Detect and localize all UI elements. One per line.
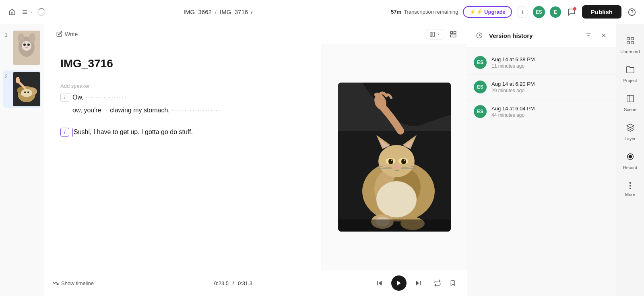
underlord-icon	[626, 36, 635, 47]
close-panel-button[interactable]	[598, 30, 609, 41]
underlord-button[interactable]: Underlord	[616, 31, 644, 60]
view-mode-button[interactable]	[426, 29, 444, 39]
current-time: 0:23.5	[214, 280, 229, 286]
thumbnail-item-2[interactable]: 2	[3, 70, 41, 108]
topbar: IMG_3662 / IMG_3716 ▾ 57m Transcription …	[0, 0, 644, 24]
skip-forward-button[interactable]	[411, 276, 425, 290]
layer-button[interactable]: Layer	[616, 118, 644, 147]
transcript-cont-text-1: ow, you're ·· clawing my stomach. ······…	[72, 107, 221, 114]
svg-point-33	[378, 145, 415, 177]
editor-area: Write IMG_3716 Add speaker	[44, 24, 467, 296]
upgrade-button[interactable]: ⚡ ⚡ Upgrade	[463, 6, 512, 18]
transcript-continuation-1: ow, you're ·· clawing my stomach. ······…	[72, 105, 305, 116]
transcript-line-1: / Ow, ················	[60, 92, 305, 103]
version-item-3[interactable]: ES Aug 14 at 6:04 PM 44 minutes ago	[467, 99, 616, 124]
version-date-3: Aug 14 at 6:04 PM	[491, 106, 609, 112]
svg-rect-52	[338, 219, 451, 232]
svg-marker-53	[379, 281, 382, 286]
editor-content: IMG_3716 Add speaker / Ow, ·············…	[44, 44, 467, 270]
svg-point-8	[29, 33, 35, 43]
publish-button[interactable]: Publish	[582, 5, 621, 19]
time-separator: /	[233, 280, 234, 286]
version-item-2[interactable]: ES Aug 14 at 6:20 PM 29 minutes ago	[467, 75, 616, 99]
slash-button-2[interactable]: /	[60, 128, 69, 137]
svg-rect-22	[433, 32, 434, 36]
scene-icon	[626, 94, 635, 105]
main-layout: 1 2	[0, 24, 644, 296]
breadcrumb-parent[interactable]: IMG_3662	[184, 8, 212, 15]
transcript-dots-1: ················	[85, 94, 127, 101]
version-ago-1: 11 minutes ago	[491, 63, 609, 69]
svg-rect-66	[627, 41, 629, 44]
menu-button[interactable]	[22, 9, 33, 15]
svg-rect-25	[450, 35, 456, 37]
svg-point-11	[27, 43, 30, 46]
chevron-down-icon: ▾	[250, 10, 253, 15]
play-button[interactable]	[391, 275, 407, 291]
document-title: IMG_3716	[60, 57, 305, 70]
more-icon	[630, 181, 631, 190]
timeline-bar: Show timeline 0:23.5 / 0:31.3	[44, 270, 467, 296]
write-label: Write	[65, 31, 78, 37]
slash-button-1[interactable]: /	[60, 93, 69, 102]
panel-header: Version history	[467, 24, 616, 47]
svg-rect-67	[631, 41, 633, 44]
filter-icon[interactable]	[583, 30, 594, 41]
skip-back-button[interactable]	[373, 276, 386, 290]
scene-label: Scene	[624, 107, 636, 112]
scene-button[interactable]: Scene	[616, 89, 644, 118]
svg-point-7	[18, 33, 24, 43]
record-icon	[626, 152, 635, 163]
breadcrumb-current[interactable]: IMG_3716 ▾	[220, 8, 253, 15]
transcript-text-2: Sushi, I have to get up. I gotta go do s…	[72, 127, 193, 137]
home-icon[interactable]	[6, 6, 18, 18]
panel-title: Version history	[489, 32, 579, 39]
transcript-underline-2	[72, 140, 153, 140]
thumbnail-number-1: 1	[5, 32, 10, 38]
version-ago-3: 44 minutes ago	[491, 112, 609, 118]
record-button[interactable]: Record	[616, 147, 644, 176]
thumbnail-item-1[interactable]: 1	[3, 29, 41, 66]
layer-label: Layer	[625, 136, 636, 141]
bookmark-button[interactable]	[447, 277, 459, 289]
playback-controls	[373, 275, 425, 291]
total-time: 0:31.3	[238, 280, 252, 286]
help-icon[interactable]	[626, 6, 638, 18]
topbar-left	[6, 6, 45, 18]
transcript-block-1: Add speaker / Ow, ················ ow, y…	[60, 83, 305, 117]
toolbar-right	[426, 29, 459, 40]
lightning-icon: ⚡	[469, 9, 476, 15]
thumbnail-sidebar: 1 2	[0, 24, 44, 296]
breadcrumb: IMG_3662 / IMG_3716 ▾	[50, 8, 386, 15]
user-avatar-e[interactable]: E	[550, 6, 561, 18]
loop-button[interactable]	[431, 277, 444, 289]
version-date-1: Aug 14 at 6:38 PM	[491, 56, 609, 62]
speaker-label[interactable]: Add speaker	[60, 83, 305, 89]
version-item-1[interactable]: ES Aug 14 at 6:38 PM 11 minutes ago	[467, 50, 616, 75]
add-button[interactable]: +	[517, 6, 528, 18]
show-timeline-label: Show timeline	[61, 280, 94, 286]
record-label: Record	[623, 165, 637, 170]
text-editor[interactable]: IMG_3716 Add speaker / Ow, ·············…	[44, 44, 322, 270]
editor-toolbar: Write	[44, 24, 467, 44]
version-avatar-2: ES	[474, 81, 487, 93]
svg-point-44	[394, 166, 399, 169]
svg-point-17	[21, 89, 32, 97]
show-timeline-button[interactable]: Show timeline	[52, 280, 94, 286]
svg-marker-55	[397, 281, 400, 286]
version-list: ES Aug 14 at 6:38 PM 11 minutes ago ES A…	[467, 47, 616, 127]
svg-point-41	[401, 159, 406, 164]
layout-toggle-button[interactable]	[448, 29, 459, 40]
version-info-2: Aug 14 at 6:20 PM 29 minutes ago	[491, 81, 609, 93]
avatar[interactable]: ES	[533, 6, 545, 18]
more-label: More	[625, 192, 635, 197]
svg-marker-56	[416, 281, 419, 286]
more-button[interactable]: More	[616, 176, 644, 203]
version-date-2: Aug 14 at 6:20 PM	[491, 81, 609, 87]
history-icon[interactable]	[474, 30, 485, 41]
project-button[interactable]: Project	[616, 60, 644, 89]
topbar-right: 57m Transcription remaining ⚡ ⚡ Upgrade …	[391, 5, 638, 19]
thumbnail-number-2: 2	[5, 74, 10, 79]
write-button[interactable]: Write	[52, 29, 82, 40]
chat-icon[interactable]	[566, 6, 577, 18]
